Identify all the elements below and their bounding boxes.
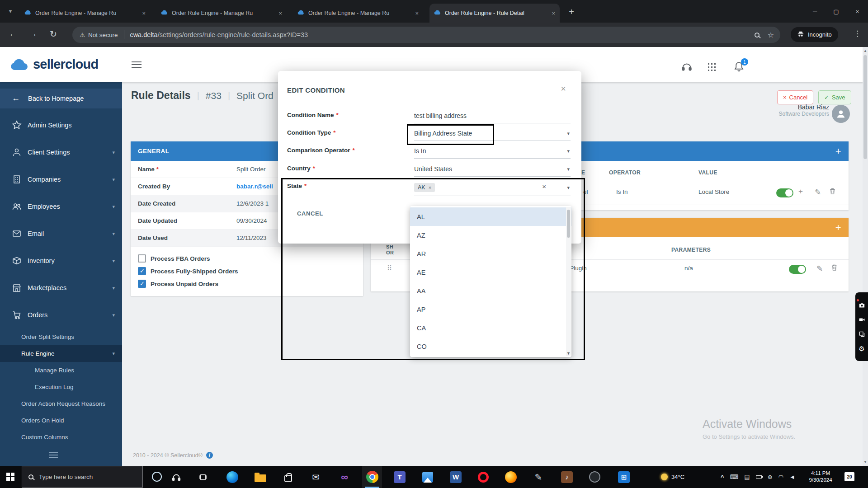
delete-trash-icon[interactable] — [829, 188, 836, 197]
sidebar-item-order-split-settings[interactable]: Order Split Settings — [0, 328, 122, 345]
wifi-icon[interactable]: ◠ — [778, 474, 783, 480]
back-to-homepage-link[interactable]: ← Back to Homepage — [0, 89, 122, 108]
action-enabled-toggle[interactable] — [789, 265, 806, 274]
apps-grid-icon[interactable] — [707, 61, 719, 73]
add-condition-button[interactable]: + — [835, 145, 841, 157]
option-ae[interactable]: AE — [410, 263, 571, 282]
sidebar-item-client-settings[interactable]: Client Settings ▾ — [0, 139, 122, 166]
cancel-button[interactable]: ×Cancel — [777, 90, 813, 104]
edge-icon[interactable] — [222, 466, 242, 488]
info-icon[interactable]: i — [206, 452, 213, 459]
bookmark-star-icon[interactable]: ☆ — [768, 31, 774, 39]
browser-tab-4-active[interactable]: Order Rule Engine - Rule Detail × — [429, 4, 560, 23]
state-chip-ak[interactable]: AK× — [414, 183, 435, 192]
tab-close-icon[interactable]: × — [278, 10, 282, 17]
browser-tab-2[interactable]: Order Rule Engine - Manage Ru × — [156, 4, 287, 23]
camera-icon[interactable] — [859, 302, 865, 310]
mail-icon[interactable]: ✉ — [306, 466, 326, 488]
minimize-button[interactable]: ─ — [804, 0, 826, 23]
sidebar-item-order-action-request-reasons[interactable]: Order Action Request Reasons — [0, 395, 122, 412]
tab-search-icon[interactable]: ▾ — [5, 6, 16, 18]
sidebar-item-email[interactable]: Email ▾ — [0, 220, 122, 247]
taskbar-weather[interactable]: 34°C — [661, 466, 684, 488]
sidebar-item-manage-rules[interactable]: Manage Rules — [0, 362, 122, 379]
video-camera-icon[interactable] — [859, 316, 865, 325]
zoom-icon[interactable] — [755, 33, 760, 38]
file-explorer-icon[interactable] — [250, 466, 270, 488]
reload-icon[interactable]: ↻ — [47, 29, 60, 39]
avatar[interactable] — [832, 105, 850, 123]
menu-toggle-icon[interactable] — [132, 61, 142, 68]
add-icon[interactable]: + — [798, 187, 803, 196]
sidebar-item-rule-engine[interactable]: Rule Engine ▾ — [0, 345, 122, 362]
dropdown-scroll-down-icon[interactable]: ▼ — [566, 351, 571, 356]
opera-icon[interactable] — [473, 466, 493, 488]
teams-icon[interactable]: T — [390, 466, 410, 488]
dropdown-scrollbar[interactable]: ▼ — [566, 207, 571, 356]
condition-name-input[interactable]: test billing address — [414, 108, 571, 123]
delete-trash-icon[interactable] — [831, 264, 838, 273]
scroll-up-icon[interactable]: ▲ — [863, 49, 868, 53]
taskbar-search[interactable]: Type here to search — [22, 466, 143, 488]
option-co[interactable]: CO — [410, 337, 571, 356]
process-fba-checkbox[interactable] — [138, 254, 146, 263]
drag-handle-icon[interactable]: ⠿ — [387, 264, 391, 272]
cortana-icon[interactable] — [152, 472, 162, 482]
not-secure-chip[interactable]: ⚠ Not secure — [72, 31, 124, 38]
page-scrollbar[interactable]: ▲ ▼ — [863, 47, 868, 466]
volume-icon[interactable]: ◄ — [789, 474, 795, 480]
tab-close-icon[interactable]: × — [415, 10, 419, 17]
support-headset-icon[interactable] — [681, 61, 693, 73]
tab-close-icon[interactable]: × — [142, 10, 146, 17]
user-info[interactable]: Babar Riaz Software Developers — [779, 103, 829, 117]
edit-pencil-icon[interactable]: ✎ — [816, 264, 823, 273]
browser-menu-icon[interactable]: ⋮ — [854, 29, 861, 38]
option-az[interactable]: AZ — [410, 226, 571, 244]
sidebar-item-orders[interactable]: Orders ▾ — [0, 301, 122, 328]
headphones-icon[interactable] — [166, 466, 186, 488]
windows-capture-icon[interactable] — [859, 331, 865, 339]
process-fully-shipped-checkbox[interactable] — [138, 267, 146, 275]
action-center-icon[interactable]: 20 — [844, 472, 854, 481]
add-action-button[interactable]: + — [835, 222, 841, 234]
sidebar-item-employees[interactable]: Employees ▾ — [0, 193, 122, 220]
sellercloud-logo[interactable]: sellercloud — [10, 57, 98, 72]
back-icon[interactable]: ← — [6, 29, 20, 39]
state-multiselect[interactable]: AK× × ▾ — [414, 179, 571, 196]
sidebar-collapse-icon[interactable] — [0, 449, 122, 461]
sidebar-item-admin-settings[interactable]: Admin Settings — [0, 112, 122, 139]
modal-cancel-button[interactable]: CANCEL — [297, 210, 323, 217]
visual-studio-icon[interactable]: ∞ — [335, 466, 354, 488]
sidebar-item-companies[interactable]: Companies ▾ — [0, 166, 122, 193]
remote-desktop-grid-icon[interactable]: ⊞ — [614, 466, 634, 488]
condition-type-select[interactable]: Billing Address State ▾ — [414, 126, 571, 141]
option-ca[interactable]: CA — [410, 319, 571, 337]
save-button[interactable]: ✓Save — [818, 90, 851, 104]
pen-tool-icon[interactable]: ✎ — [528, 466, 548, 488]
touch-keyboard-icon[interactable]: ⌨ — [730, 474, 739, 480]
store-icon[interactable] — [278, 466, 298, 488]
sidebar-item-execution-log[interactable]: Execution Log — [0, 379, 122, 395]
tab-close-icon[interactable]: × — [552, 10, 555, 17]
sidebar-item-marketplaces[interactable]: Marketplaces ▾ — [0, 274, 122, 301]
notifications-bell-icon[interactable]: 1 — [733, 61, 745, 73]
chrome-icon[interactable] — [362, 466, 382, 488]
option-al[interactable]: AL — [410, 207, 571, 226]
task-view-icon[interactable] — [193, 466, 213, 488]
option-aa[interactable]: AA — [410, 282, 571, 300]
clear-selection-icon[interactable]: × — [542, 183, 546, 190]
obs-icon[interactable] — [585, 466, 604, 488]
photos-icon[interactable] — [418, 466, 438, 488]
maximize-button[interactable]: ▢ — [826, 0, 847, 23]
address-bar[interactable]: ⚠ Not secure cwa.delta/settings/orders/r… — [72, 27, 780, 43]
word-icon[interactable]: W — [446, 466, 466, 488]
dropdown-scrollbar-thumb[interactable] — [567, 210, 570, 238]
taskbar-clock[interactable]: 4:11 PM 9/30/2024 — [804, 470, 837, 483]
sidebar-item-orders-on-hold[interactable]: Orders On Hold — [0, 412, 122, 429]
sidebar-item-custom-columns[interactable]: Custom Columns — [0, 429, 122, 446]
new-tab-button[interactable]: + — [565, 6, 578, 19]
start-button[interactable] — [6, 473, 14, 481]
browser-tab-1[interactable]: Order Rule Engine - Manage Ru × — [20, 4, 150, 23]
network-globe-icon[interactable]: ⊕ — [768, 474, 773, 480]
firefox-icon[interactable] — [501, 466, 521, 488]
